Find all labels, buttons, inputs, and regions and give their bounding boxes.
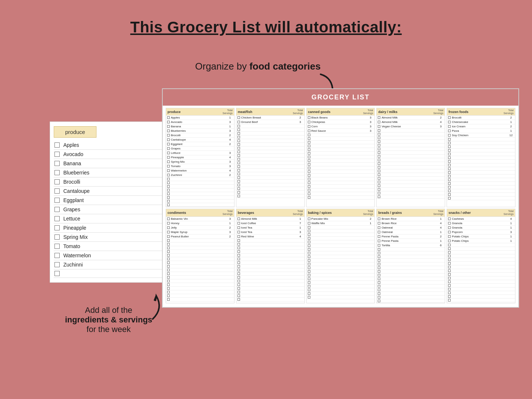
mini-checkbox[interactable] bbox=[448, 164, 451, 166]
mini-checkbox[interactable] bbox=[378, 255, 380, 258]
mini-checkbox[interactable] bbox=[237, 239, 240, 242]
mini-checkbox[interactable] bbox=[308, 163, 310, 166]
mini-checkbox[interactable] bbox=[448, 288, 451, 290]
mini-checkbox[interactable] bbox=[308, 281, 310, 284]
mini-checkbox[interactable] bbox=[308, 270, 310, 273]
mini-checkbox[interactable] bbox=[237, 283, 240, 286]
mini-checkbox[interactable] bbox=[167, 243, 170, 246]
item-checkbox[interactable] bbox=[54, 188, 60, 194]
mini-checkbox[interactable] bbox=[237, 176, 240, 179]
item-checkbox[interactable] bbox=[54, 216, 60, 221]
mini-checkbox[interactable] bbox=[167, 269, 170, 271]
mini-checkbox[interactable] bbox=[378, 240, 380, 242]
mini-checkbox[interactable] bbox=[378, 188, 380, 191]
mini-checkbox[interactable] bbox=[237, 261, 240, 264]
mini-checkbox[interactable] bbox=[378, 292, 380, 295]
mini-checkbox[interactable] bbox=[237, 231, 240, 233]
mini-checkbox[interactable] bbox=[448, 226, 451, 229]
mini-checkbox[interactable] bbox=[237, 250, 240, 253]
mini-checkbox[interactable] bbox=[448, 121, 451, 123]
mini-checkbox[interactable] bbox=[448, 179, 451, 181]
mini-checkbox[interactable] bbox=[167, 178, 170, 180]
mini-checkbox[interactable] bbox=[167, 143, 170, 145]
mini-checkbox[interactable] bbox=[167, 294, 170, 297]
mini-checkbox[interactable] bbox=[237, 191, 240, 194]
mini-checkbox[interactable] bbox=[448, 251, 451, 254]
mini-checkbox[interactable] bbox=[378, 259, 380, 262]
mini-checkbox[interactable] bbox=[167, 169, 170, 172]
mini-checkbox[interactable] bbox=[167, 181, 170, 184]
mini-checkbox[interactable] bbox=[378, 235, 380, 238]
mini-checkbox[interactable] bbox=[237, 247, 240, 249]
mini-checkbox[interactable] bbox=[167, 165, 170, 167]
mini-checkbox[interactable] bbox=[448, 193, 451, 196]
mini-checkbox[interactable] bbox=[378, 166, 380, 169]
mini-checkbox[interactable] bbox=[167, 276, 170, 279]
mini-checkbox[interactable] bbox=[378, 148, 380, 150]
mini-checkbox[interactable] bbox=[167, 156, 170, 159]
mini-checkbox[interactable] bbox=[237, 151, 240, 153]
item-checkbox[interactable] bbox=[54, 152, 60, 157]
mini-checkbox[interactable] bbox=[448, 134, 451, 137]
mini-checkbox[interactable] bbox=[167, 254, 170, 257]
mini-checkbox[interactable] bbox=[237, 143, 240, 146]
mini-checkbox[interactable] bbox=[448, 145, 451, 148]
mini-checkbox[interactable] bbox=[308, 248, 310, 251]
mini-checkbox[interactable] bbox=[308, 233, 310, 236]
mini-checkbox[interactable] bbox=[167, 193, 170, 195]
mini-checkbox[interactable] bbox=[448, 167, 451, 170]
mini-checkbox[interactable] bbox=[308, 181, 310, 184]
mini-checkbox[interactable] bbox=[237, 128, 240, 131]
mini-checkbox[interactable] bbox=[308, 189, 310, 191]
mini-checkbox[interactable] bbox=[378, 263, 380, 265]
mini-checkbox[interactable] bbox=[378, 125, 380, 128]
mini-checkbox[interactable] bbox=[448, 186, 451, 188]
mini-checkbox[interactable] bbox=[448, 255, 451, 257]
mini-checkbox[interactable] bbox=[237, 235, 240, 238]
empty-checkbox[interactable] bbox=[54, 271, 60, 276]
item-checkbox[interactable] bbox=[54, 142, 60, 148]
mini-checkbox[interactable] bbox=[308, 159, 310, 162]
mini-checkbox[interactable] bbox=[237, 184, 240, 186]
mini-checkbox[interactable] bbox=[308, 218, 310, 220]
mini-checkbox[interactable] bbox=[237, 287, 240, 290]
mini-checkbox[interactable] bbox=[448, 280, 451, 283]
mini-checkbox[interactable] bbox=[308, 292, 310, 295]
item-checkbox[interactable] bbox=[54, 198, 60, 203]
mini-checkbox[interactable] bbox=[167, 287, 170, 290]
item-checkbox[interactable] bbox=[54, 253, 60, 258]
mini-checkbox[interactable] bbox=[167, 147, 170, 150]
mini-checkbox[interactable] bbox=[308, 226, 310, 229]
mini-checkbox[interactable] bbox=[378, 244, 380, 247]
mini-checkbox[interactable] bbox=[308, 193, 310, 195]
mini-checkbox[interactable] bbox=[237, 180, 240, 183]
mini-checkbox[interactable] bbox=[378, 274, 380, 276]
mini-checkbox[interactable] bbox=[237, 165, 240, 168]
mini-checkbox[interactable] bbox=[167, 116, 170, 119]
mini-checkbox[interactable] bbox=[448, 156, 451, 159]
mini-checkbox[interactable] bbox=[167, 138, 170, 141]
mini-checkbox[interactable] bbox=[237, 195, 240, 197]
mini-checkbox[interactable] bbox=[167, 130, 170, 132]
mini-checkbox[interactable] bbox=[448, 138, 451, 141]
mini-checkbox[interactable] bbox=[448, 299, 451, 301]
mini-checkbox[interactable] bbox=[237, 147, 240, 149]
mini-checkbox[interactable] bbox=[308, 178, 310, 180]
mini-checkbox[interactable] bbox=[237, 272, 240, 275]
mini-checkbox[interactable] bbox=[237, 222, 240, 225]
mini-checkbox[interactable] bbox=[378, 151, 380, 154]
mini-checkbox[interactable] bbox=[308, 174, 310, 177]
mini-checkbox[interactable] bbox=[167, 204, 170, 206]
item-checkbox[interactable] bbox=[54, 244, 60, 249]
mini-checkbox[interactable] bbox=[378, 226, 380, 229]
mini-checkbox[interactable] bbox=[378, 192, 380, 194]
mini-checkbox[interactable] bbox=[167, 121, 170, 123]
mini-checkbox[interactable] bbox=[448, 218, 451, 220]
mini-checkbox[interactable] bbox=[378, 133, 380, 135]
mini-checkbox[interactable] bbox=[167, 272, 170, 275]
mini-checkbox[interactable] bbox=[237, 294, 240, 297]
mini-checkbox[interactable] bbox=[237, 125, 240, 127]
mini-checkbox[interactable] bbox=[448, 262, 451, 265]
item-checkbox[interactable] bbox=[54, 262, 60, 267]
mini-checkbox[interactable] bbox=[378, 184, 380, 187]
